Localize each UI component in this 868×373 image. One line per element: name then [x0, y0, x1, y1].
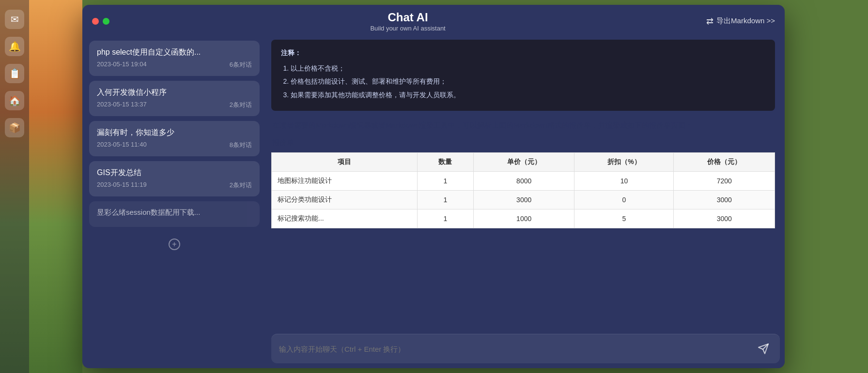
col-header-price: 价格（元）: [674, 152, 775, 171]
dock-icon-notification[interactable]: 🔔: [5, 37, 24, 56]
cell-discount-2: 5: [574, 209, 674, 228]
messages-area[interactable]: 注释： 以上价格不含税； 价格包括功能设计、测试、部署和维护等所有费用； 如果需…: [266, 36, 785, 334]
add-conversation-button[interactable]: +: [89, 234, 260, 255]
input-area: [271, 334, 780, 363]
cell-discount-0: 10: [574, 171, 674, 190]
table-section: 报价单 项目 数量 单价（元） 折扣（%） 价格（元）: [271, 138, 775, 228]
main-content: php select使用自定义函数的... 2023-05-15 19:04 6…: [82, 36, 785, 368]
chat-item-title-2: 漏刻有时，你知道多少: [97, 128, 252, 138]
dock-icon-mail[interactable]: ✉: [5, 10, 24, 29]
chat-item-4[interactable]: 昱彩么绪session数据配用下载...: [89, 201, 260, 227]
send-button[interactable]: [755, 340, 772, 358]
export-icon: ⇄: [706, 16, 713, 27]
macos-dock: ✉ 🔔 📋 🏠 📦: [0, 0, 29, 373]
chat-item-count-0: 6条对话: [230, 60, 252, 69]
dock-icon-clipboard[interactable]: 📋: [5, 64, 24, 83]
chat-item-count-1: 2条对话: [230, 101, 252, 109]
col-header-qty: 数量: [417, 152, 473, 171]
sidebar: php select使用自定义函数的... 2023-05-15 19:04 6…: [82, 36, 266, 368]
chat-item-meta-3: 2023-05-15 11:19 2条对话: [97, 181, 252, 190]
chat-item-1[interactable]: 入何开发微信小程序 2023-05-15 13:37 2条对话: [89, 81, 260, 116]
col-header-item: 项目: [272, 152, 418, 171]
dock-icon-home[interactable]: 🏠: [5, 91, 24, 110]
app-window: Chat AI Build your own AI assistant ⇄ 导出…: [82, 5, 785, 368]
chat-item-3[interactable]: GIS开发总结 2023-05-15 11:19 2条对话: [89, 161, 260, 196]
chat-item-meta-1: 2023-05-15 13:37 2条对话: [97, 101, 252, 109]
cell-price-0: 7200: [674, 171, 775, 190]
table-header: 项目 数量 单价（元） 折扣（%） 价格（元）: [272, 152, 775, 171]
chat-item-date-3: 2023-05-15 11:19: [97, 181, 147, 190]
cell-price-2: 3000: [674, 209, 775, 228]
code-block: 注释： 以上价格不含税； 价格包括功能设计、测试、部署和维护等所有费用； 如果需…: [271, 40, 775, 111]
chat-item-title-4: 昱彩么绪session数据配用下载...: [97, 208, 252, 217]
cell-qty-1: 1: [417, 190, 473, 209]
message-wrapper: 注释： 以上价格不含税； 价格包括功能设计、测试、部署和维护等所有费用； 如果需…: [271, 36, 775, 236]
chat-item-date-2: 2023-05-15 11:40: [97, 141, 147, 149]
cell-qty-2: 1: [417, 209, 473, 228]
chat-item-meta-0: 2023-05-15 19:04 6条对话: [97, 60, 252, 69]
export-label: 导出Markdown >>: [716, 16, 775, 26]
note-item-1: 价格包括功能设计、测试、部署和维护等所有费用；: [291, 76, 765, 88]
window-controls: [92, 18, 109, 25]
export-markdown-button[interactable]: ⇄ 导出Markdown >>: [706, 16, 775, 27]
cell-unit-price-1: 3000: [473, 190, 574, 209]
cell-qty-0: 1: [417, 171, 473, 190]
app-title-area: Chat AI Build your own AI assistant: [109, 11, 706, 32]
send-icon: [758, 343, 769, 355]
note-item-0: 以上价格不含税；: [291, 63, 765, 75]
chat-item-meta-2: 2023-05-15 11:40 8条对话: [97, 141, 252, 149]
chat-item-2[interactable]: 漏刻有时，你知道多少 2023-05-15 11:40 8条对话: [89, 121, 260, 156]
cell-item-0: 地图标注功能设计: [272, 171, 418, 190]
cell-unit-price-2: 1000: [473, 209, 574, 228]
minimize-button[interactable]: [103, 18, 109, 25]
table-row: 地图标注功能设计 1 8000 10 7200: [272, 171, 775, 190]
chat-area: 注释： 以上价格不含税； 价格包括功能设计、测试、部署和维护等所有费用； 如果需…: [266, 36, 785, 368]
app-subtitle: Build your own AI assistant: [109, 25, 706, 32]
close-button[interactable]: [92, 18, 99, 25]
col-header-unit-price: 单价（元）: [473, 152, 574, 171]
title-bar: Chat AI Build your own AI assistant ⇄ 导出…: [82, 5, 785, 36]
chat-input[interactable]: [279, 345, 749, 353]
dock-icon-package[interactable]: 📦: [5, 118, 24, 137]
table-title: 报价单: [271, 138, 775, 148]
chat-item-title-0: php select使用自定义函数的...: [97, 47, 252, 58]
col-header-discount: 折扣（%）: [574, 152, 674, 171]
cell-unit-price-0: 8000: [473, 171, 574, 190]
table-header-row: 项目 数量 单价（元） 折扣（%） 价格（元）: [272, 152, 775, 171]
chat-item-0[interactable]: php select使用自定义函数的... 2023-05-15 19:04 6…: [89, 41, 260, 76]
note-item-2: 如果需要添加其他功能或调整价格，请与开发人员联系。: [291, 90, 765, 101]
add-icon: +: [169, 239, 180, 250]
chat-item-title-3: GIS开发总结: [97, 168, 252, 178]
chat-item-date-1: 2023-05-15 13:37: [97, 101, 147, 109]
note-list: 以上价格不含税； 价格包括功能设计、测试、部署和维护等所有费用； 如果需要添加其…: [291, 63, 765, 101]
chat-item-date-0: 2023-05-15 19:04: [97, 60, 147, 69]
chat-item-title-1: 入何开发微信小程序: [97, 88, 252, 98]
table-row: 标记搜索功能... 1 1000 5 3000: [272, 209, 775, 228]
cell-price-1: 3000: [674, 190, 775, 209]
cell-item-1: 标记分类功能设计: [272, 190, 418, 209]
note-title: 注释：: [281, 47, 765, 59]
chat-item-count-3: 2条对话: [230, 181, 252, 190]
table-row: 标记分类功能设计 1 3000 0 3000: [272, 190, 775, 209]
pricing-table: 项目 数量 单价（元） 折扣（%） 价格（元） 地图标注功能设计: [271, 152, 775, 228]
prose-text: 在读者需要的Markdown编辑器或者Markdown渲染工具中，可以解析上面的…: [271, 119, 775, 132]
table-body: 地图标注功能设计 1 8000 10 7200 标记分类功能设计 1 3000: [272, 171, 775, 228]
cell-discount-1: 0: [574, 190, 674, 209]
cell-item-2: 标记搜索功能...: [272, 209, 418, 228]
chat-item-count-2: 8条对话: [230, 141, 252, 149]
app-title: Chat AI: [109, 11, 706, 25]
